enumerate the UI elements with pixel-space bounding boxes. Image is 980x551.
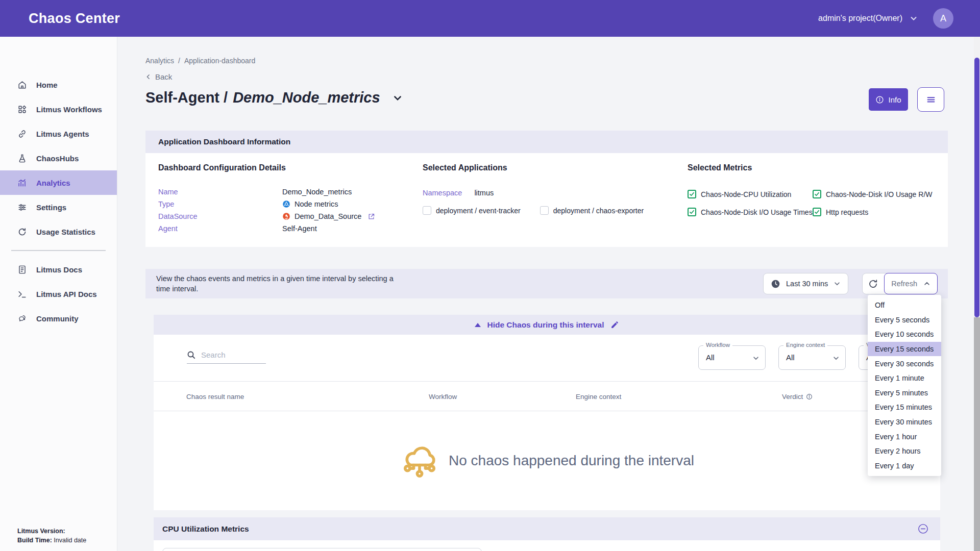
search-icon	[187, 350, 196, 360]
refresh-icon	[868, 279, 878, 289]
checkbox-unchecked[interactable]	[423, 206, 431, 215]
refresh-now-button[interactable]	[863, 273, 883, 294]
config-row-type: Type Node metrics	[158, 198, 375, 210]
refresh-controls: Refresh	[862, 273, 938, 294]
workflow-filter[interactable]: Workflow All	[698, 345, 766, 370]
sidebar-item-community[interactable]: Community	[0, 306, 117, 331]
metric-checkbox: Chaos-Node-Disk I/O Usage R/W	[813, 190, 933, 198]
refresh-option[interactable]: Every 1 day	[868, 459, 941, 473]
flask-icon	[17, 154, 27, 163]
refresh-option[interactable]: Every 10 seconds	[868, 327, 941, 342]
sidebar-item-usage-statistics[interactable]: Usage Statistics	[0, 219, 117, 244]
litmus-version-label: Litmus Version:	[17, 528, 65, 535]
refresh-option[interactable]: Every 2 hours	[868, 444, 941, 459]
refresh-option[interactable]: Off	[868, 298, 941, 313]
refresh-option[interactable]: Every 1 minute	[868, 371, 941, 386]
external-link-icon[interactable]	[368, 213, 375, 220]
back-button[interactable]: Back	[145, 72, 172, 81]
sidebar-item-analytics[interactable]: Analytics	[0, 170, 117, 195]
project-selector[interactable]: admin's project(Owner)	[818, 14, 902, 23]
chevron-down-icon	[752, 355, 760, 362]
breadcrumb-separator: /	[178, 57, 180, 65]
cpu-metrics-panel: CPU Utilization Metrics	[154, 517, 940, 551]
interval-description: View the chaos events and metrics in a g…	[156, 273, 396, 294]
chart-container	[162, 548, 482, 551]
scrollbar-thumb[interactable]	[974, 58, 979, 317]
collapse-minus-icon[interactable]	[917, 523, 929, 535]
column-engine-context: Engine context	[576, 393, 621, 400]
analytics-icon	[17, 178, 27, 188]
usage-icon	[17, 227, 27, 237]
build-time-value: Invalid date	[52, 537, 86, 544]
page-title: Self-Agent / Demo_Node_metrics	[145, 89, 403, 106]
dashboard-switcher-chevron-icon[interactable]	[393, 93, 403, 103]
column-chaos-result-name: Chaos result name	[186, 393, 244, 400]
refresh-option[interactable]: Every 5 seconds	[868, 313, 941, 328]
edit-pencil-icon[interactable]	[610, 320, 619, 329]
chevron-left-icon	[145, 73, 152, 80]
engine-context-filter[interactable]: Engine context All	[778, 345, 846, 370]
sidebar-item-home[interactable]: Home	[0, 72, 117, 97]
main-content: Analytics / Application-dashboard Back S…	[117, 37, 974, 551]
sidebar-item-litmus-api-docs[interactable]: Litmus API Docs	[0, 282, 117, 306]
refresh-option[interactable]: Every 15 minutes	[868, 400, 941, 415]
checkbox-checked[interactable]	[688, 190, 696, 198]
info-circle-icon[interactable]	[806, 393, 813, 400]
metrics-title: Selected Metrics	[688, 163, 752, 172]
checkbox-checked[interactable]	[688, 208, 696, 216]
configuration-title: Dashboard Configuration Details	[158, 163, 286, 172]
hide-chaos-toggle[interactable]: Hide Chaos during this interval	[154, 315, 940, 335]
namespace-row: Namespace litmus	[423, 189, 494, 197]
checkbox-checked[interactable]	[813, 190, 821, 198]
refresh-option-selected[interactable]: Every 15 seconds	[868, 342, 941, 357]
sidebar: Home Litmus Workflows Litmus Agents Chao…	[0, 37, 117, 551]
checkbox-unchecked[interactable]	[540, 206, 549, 215]
info-button[interactable]: Info	[869, 88, 908, 111]
sidebar-item-label: Litmus API Docs	[36, 290, 97, 298]
sidebar-item-litmus-workflows[interactable]: Litmus Workflows	[0, 97, 117, 121]
panel-title: Application Dashboard Information	[145, 131, 948, 153]
sidebar-item-litmus-agents[interactable]: Litmus Agents	[0, 121, 117, 146]
sidebar-divider	[11, 250, 106, 251]
metric-checkbox: Chaos-Node-Disk I/O Usage Times	[688, 208, 813, 216]
avatar[interactable]: A	[933, 8, 953, 29]
sidebar-item-settings[interactable]: Settings	[0, 195, 117, 219]
metric-checkbox: Chaos-Node-CPU Utilization	[688, 190, 813, 198]
sidebar-item-label: Litmus Docs	[36, 265, 82, 274]
chevron-down-icon	[832, 355, 840, 362]
breadcrumb: Analytics / Application-dashboard	[145, 57, 255, 65]
metric-checkboxes: Chaos-Node-CPU Utilization Chaos-Node-Di…	[688, 190, 933, 216]
chevron-down-icon	[834, 280, 841, 287]
refresh-option[interactable]: Every 30 minutes	[868, 415, 941, 430]
dashboard-menu-button[interactable]	[917, 87, 944, 112]
column-verdict: Verdict	[782, 393, 813, 400]
chevron-up-icon	[923, 280, 930, 287]
applications-title: Selected Applications	[423, 163, 507, 172]
column-workflow: Workflow	[429, 393, 457, 400]
node-metrics-icon	[282, 200, 290, 208]
cpu-panel-title: CPU Utilization Metrics	[162, 524, 249, 534]
sidebar-item-label: Litmus Workflows	[36, 105, 102, 114]
sidebar-footer: Litmus Version: Build Time: Invalid date	[17, 527, 86, 545]
triangle-up-icon	[475, 323, 481, 327]
sidebar-item-chaoshubs[interactable]: ChaosHubs	[0, 146, 117, 170]
sidebar-item-litmus-docs[interactable]: Litmus Docs	[0, 257, 117, 282]
config-row-name: Name Demo_Node_metrics	[158, 186, 375, 198]
refresh-option[interactable]: Every 1 hour	[868, 429, 941, 444]
time-range-select[interactable]: Last 30 mins	[763, 273, 848, 294]
refresh-interval-dropdown[interactable]: Refresh	[884, 273, 938, 294]
breadcrumb-analytics[interactable]: Analytics	[145, 57, 174, 65]
clock-icon	[771, 279, 780, 289]
metric-checkbox: Http requests	[813, 208, 933, 216]
refresh-option[interactable]: Every 5 minutes	[868, 386, 941, 400]
time-range-value: Last 30 mins	[786, 280, 828, 288]
app-header: Chaos Center admin's project(Owner) A	[0, 0, 980, 37]
refresh-option[interactable]: Every 30 seconds	[868, 356, 941, 371]
search-input[interactable]	[200, 350, 259, 360]
empty-state: No chaos happened during the interval	[154, 411, 940, 510]
configuration-rows: Name Demo_Node_metrics Type Node metrics…	[158, 186, 375, 235]
checkbox-checked[interactable]	[813, 208, 821, 216]
config-row-agent: Agent Self-Agent	[158, 222, 375, 235]
sidebar-item-label: Analytics	[36, 179, 70, 187]
chevron-down-icon[interactable]	[910, 14, 918, 22]
